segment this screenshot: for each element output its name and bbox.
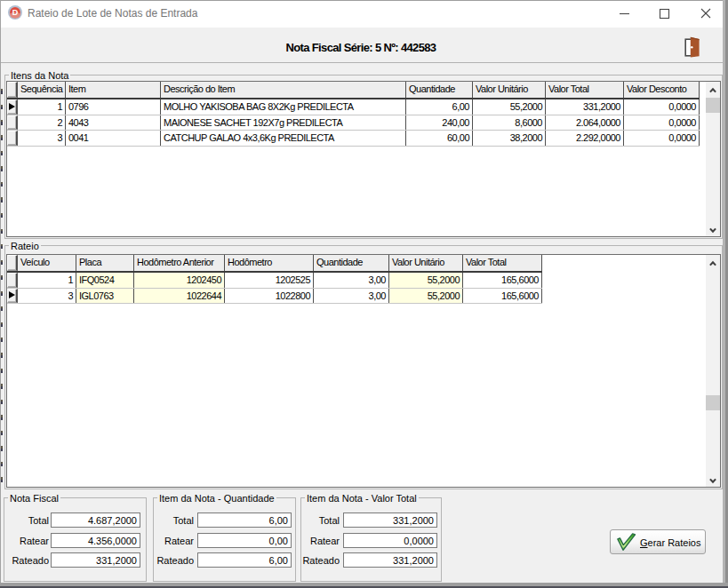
svg-text:D: D: [12, 8, 19, 17]
